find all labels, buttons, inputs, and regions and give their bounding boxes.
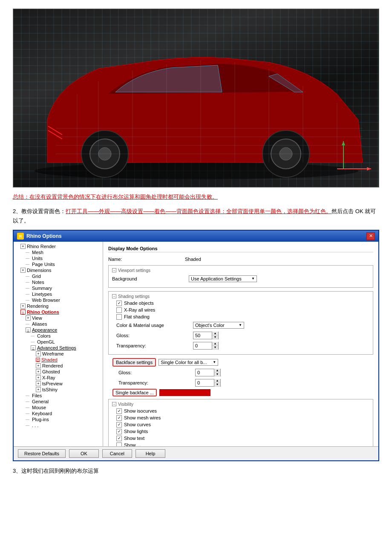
visibility-group-label: − Visibility <box>112 402 369 407</box>
tree-item-web-browser[interactable]: — Web Browser <box>14 297 103 303</box>
shade-objects-checkbox[interactable]: ✓ <box>116 301 122 306</box>
backface-transparency-spinner-btns[interactable]: ▲ ▼ <box>214 379 220 387</box>
tree-item-summary[interactable]: — Summary <box>14 285 103 291</box>
shaded-box-icon[interactable]: + <box>36 358 40 362</box>
tree-label: Shaded <box>41 357 58 362</box>
tree-item-tsshiny[interactable]: + tsShiny <box>14 387 103 393</box>
gloss-down-btn[interactable]: ▼ <box>212 335 218 339</box>
tree-item-opengl[interactable]: — OpenGL <box>14 339 103 345</box>
gloss-up-btn[interactable]: ▲ <box>212 332 218 335</box>
tree-item-keyboard[interactable]: — Keyboard <box>14 410 103 416</box>
tree-item-aliases[interactable]: — Aliases <box>14 321 103 327</box>
tree-label: Grid <box>32 274 41 279</box>
backface-gloss-spinner[interactable]: 0 ▲ ▼ <box>195 369 221 376</box>
cancel-button[interactable]: Cancel <box>102 449 132 458</box>
tree-item-general[interactable]: — General <box>14 399 103 405</box>
restore-defaults-button[interactable]: Restore Defaults <box>18 449 66 458</box>
collapse-viewport-icon[interactable]: − <box>112 268 116 272</box>
show-mesh-wires-checkbox[interactable]: ✓ <box>116 415 122 421</box>
backface-gloss-up[interactable]: ▲ <box>214 369 220 373</box>
tree-item-rhino-render[interactable]: + Rhino Render <box>14 243 103 249</box>
show-text-checkbox[interactable]: ✓ <box>116 436 122 441</box>
expand-icon[interactable]: + <box>36 375 41 380</box>
transparency-spinner[interactable]: 0 ▲ ▼ <box>193 342 219 350</box>
tree-item-more[interactable]: — . . . <box>14 422 103 428</box>
expand-icon[interactable]: + <box>20 268 26 273</box>
tree-item-shaded[interactable]: + Shaded <box>14 357 103 363</box>
tree-item-ghosted[interactable]: + Ghosted <box>14 369 103 375</box>
tree-item-tspreview[interactable]: + tsPreview <box>14 381 103 387</box>
tree-label: Mesh <box>32 250 43 255</box>
ok-button[interactable]: OK <box>69 449 99 458</box>
tree-label: Page Units <box>32 262 55 267</box>
tree-label: . . . <box>32 423 38 428</box>
tree-item-plugins[interactable]: — Plug-ins <box>14 416 103 422</box>
step2-link[interactable]: 打开工具——外观——高级设置——着色——背面颜色设置选择：全部背面使用单一颜色，… <box>66 208 331 214</box>
tree-label: Mouse <box>32 405 46 410</box>
tree-item-units[interactable]: — Units <box>14 255 103 261</box>
collapse-icon[interactable]: − <box>31 345 36 350</box>
expand-icon[interactable]: + <box>26 315 31 321</box>
tree-item-xray[interactable]: + X-Ray <box>14 375 103 381</box>
tree-item-rendering[interactable]: + Rendering <box>14 303 103 309</box>
tree-item-page-units[interactable]: — Page Units <box>14 261 103 267</box>
show-more-checkbox[interactable] <box>116 442 122 446</box>
tree-item-linetypes[interactable]: — Linetypes <box>14 291 103 297</box>
expand-icon[interactable]: + <box>36 387 41 392</box>
expand-icon[interactable]: + <box>20 304 26 309</box>
tree-item-colors[interactable]: — Colors <box>14 333 103 339</box>
backface-transparency-spinner[interactable]: 0 ▲ ▼ <box>195 379 221 387</box>
xray-wires-checkbox[interactable] <box>116 307 122 313</box>
tree-item-advanced-settings[interactable]: − Advanced Settings <box>14 345 103 351</box>
show-isocurves-checkbox[interactable]: ✓ <box>116 408 122 414</box>
collapse-visibility-icon[interactable]: − <box>112 402 116 406</box>
transparency-label: Transparency: <box>116 343 193 348</box>
tree-item-wireframe[interactable]: + Wireframe <box>14 351 103 357</box>
expand-icon[interactable]: + <box>36 351 41 356</box>
transparency-spinner-buttons[interactable]: ▲ ▼ <box>212 342 218 350</box>
tree-item-mesh[interactable]: — Mesh <box>14 249 103 255</box>
tree-item-dimensions[interactable]: + Dimensions <box>14 267 103 273</box>
expand-icon[interactable]: + <box>36 369 41 374</box>
tree-item-grid[interactable]: — Grid <box>14 273 103 279</box>
collapse-icon[interactable]: − <box>20 309 26 315</box>
backface-gloss-down[interactable]: ▼ <box>214 373 220 376</box>
transparency-up-btn[interactable]: ▲ <box>212 342 218 346</box>
backface-gloss-spinner-btns[interactable]: ▲ ▼ <box>214 369 220 376</box>
color-material-dropdown[interactable]: Object's Color ▼ <box>193 322 244 329</box>
xray-wires-row: X-Ray all wires <box>112 307 369 313</box>
close-button[interactable]: ✕ <box>366 232 375 240</box>
collapse-icon[interactable]: − <box>26 327 31 332</box>
tree-label: Rhino Options <box>27 309 59 315</box>
expand-icon[interactable]: + <box>36 363 41 368</box>
dropdown-arrow-icon: ▼ <box>239 323 242 327</box>
viewport-label-text: Viewport settings <box>118 268 150 273</box>
tree-label: Rendered <box>42 363 63 368</box>
spinner-buttons[interactable]: ▲ ▼ <box>212 332 218 339</box>
tree-item-appearance[interactable]: − Appearance <box>14 327 103 333</box>
tree-item-mouse[interactable]: — Mouse <box>14 405 103 410</box>
backface-color-swatch[interactable] <box>159 389 210 396</box>
show-curves-checkbox[interactable]: ✓ <box>116 422 122 428</box>
flat-shading-label: Flat shading <box>124 314 150 319</box>
gloss-spinner[interactable]: 50 ▲ ▼ <box>193 332 219 339</box>
backface-transparency-down[interactable]: ▼ <box>214 383 220 387</box>
backface-settings-button[interactable]: Backface settings <box>112 358 156 367</box>
expand-icon[interactable]: + <box>36 381 41 386</box>
flat-shading-checkbox[interactable] <box>116 314 122 320</box>
tree-item-rendered[interactable]: + Rendered <box>14 363 103 369</box>
collapse-shading-icon[interactable]: − <box>112 294 116 298</box>
background-dropdown[interactable]: Use Application Settings ▼ <box>189 275 257 282</box>
transparency-down-btn[interactable]: ▼ <box>212 346 218 350</box>
tree-label: View <box>32 315 42 321</box>
backface-transparency-up[interactable]: ▲ <box>214 379 220 383</box>
help-button[interactable]: Help <box>135 449 165 458</box>
tree-item-files[interactable]: — Files <box>14 393 103 399</box>
tree-item-notes[interactable]: — Notes <box>14 279 103 285</box>
background-dropdown-box[interactable]: Use Application Settings ▼ <box>189 275 257 282</box>
backface-dropdown[interactable]: Single Color for all b... ▼ <box>159 359 218 366</box>
tree-item-rhino-options[interactable]: − Rhino Options <box>14 309 103 315</box>
tree-item-view[interactable]: + View <box>14 315 103 321</box>
expand-icon[interactable]: + <box>20 244 26 249</box>
show-lights-checkbox[interactable]: ✓ <box>116 429 122 434</box>
